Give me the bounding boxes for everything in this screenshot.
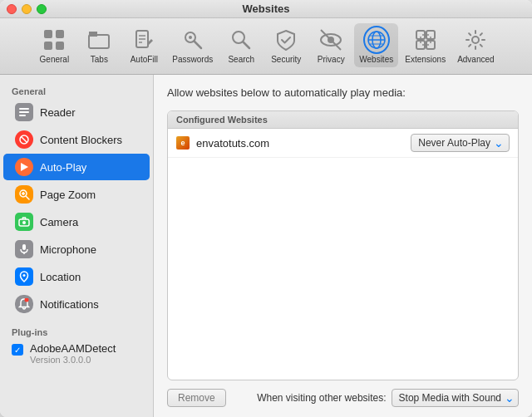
passwords-icon — [180, 27, 206, 53]
minimize-button[interactable] — [22, 4, 32, 14]
sidebar-item-notifications[interactable]: Notifications — [3, 291, 150, 317]
toolbar-item-advanced[interactable]: Advanced — [452, 23, 499, 67]
configured-websites-box: Configured Websites e envatotuts.com Nev… — [167, 110, 519, 380]
toolbar-label-advanced: Advanced — [457, 55, 494, 64]
titlebar: Websites — [0, 0, 532, 18]
sidebar-label-location: Location — [40, 271, 81, 283]
sidebar-general-header: General — [0, 83, 153, 98]
sidebar-item-reader[interactable]: Reader — [3, 99, 150, 125]
autofill-icon — [131, 27, 157, 53]
website-favicon: e — [176, 136, 190, 150]
svg-point-47 — [25, 298, 29, 302]
svg-rect-3 — [56, 42, 64, 50]
other-websites-group: When visiting other websites: Stop Media… — [257, 389, 519, 407]
location-icon — [15, 267, 33, 286]
toolbar-item-search[interactable]: Search — [219, 23, 263, 67]
sidebar-item-page-zoom[interactable]: Page Zoom — [3, 181, 150, 208]
svg-rect-44 — [22, 244, 26, 250]
svg-rect-34 — [19, 115, 26, 116]
plugin-version: Version 3.0.0.0 — [30, 355, 116, 365]
configured-websites-header: Configured Websites — [168, 111, 518, 129]
svg-rect-1 — [56, 30, 64, 38]
svg-line-11 — [194, 42, 201, 49]
toolbar-item-general[interactable]: General — [32, 23, 76, 67]
panel-description: Allow websites below to automatically pl… — [167, 86, 519, 99]
other-dropdown-arrow-icon: ⌄ — [505, 391, 515, 405]
sidebar-plugins-header: Plug-ins — [0, 324, 153, 339]
svg-rect-5 — [89, 32, 97, 37]
svg-rect-0 — [44, 30, 52, 38]
sidebar-label-microphone: Microphone — [40, 243, 96, 256]
toolbar-label-privacy: Privacy — [318, 55, 345, 64]
extensions-icon — [412, 27, 439, 53]
svg-rect-2 — [44, 42, 52, 50]
traffic-lights — [7, 4, 47, 14]
other-websites-dropdown[interactable]: Stop Media with Sound ⌄ — [392, 389, 519, 407]
camera-icon — [15, 213, 33, 231]
sidebar-label-notifications: Notifications — [40, 298, 99, 311]
website-dropdown[interactable]: Never Auto-Play ⌄ — [411, 134, 510, 152]
general-icon — [41, 27, 67, 53]
toolbar-item-tabs[interactable]: Tabs — [77, 23, 121, 67]
plugin-checkbox[interactable]: ✓ — [12, 344, 23, 356]
toolbar-item-passwords[interactable]: Passwords — [167, 23, 218, 67]
content-blockers-icon — [15, 130, 33, 149]
page-zoom-icon — [15, 185, 33, 204]
window-title: Websites — [243, 2, 290, 15]
notifications-icon — [15, 295, 33, 313]
sidebar-item-microphone[interactable]: Microphone — [3, 236, 150, 262]
remove-button[interactable]: Remove — [167, 389, 226, 407]
search-icon — [228, 27, 254, 53]
svg-line-36 — [22, 137, 27, 143]
privacy-icon — [318, 27, 344, 53]
sidebar-item-location[interactable]: Location — [3, 263, 150, 290]
sidebar-item-auto-play[interactable]: Auto-Play — [3, 154, 150, 180]
tabs-icon — [86, 27, 112, 53]
toolbar-label-autofill: AutoFill — [131, 55, 158, 64]
security-icon — [273, 27, 299, 53]
plugin-name: AdobeAAMDetect — [30, 342, 116, 355]
toolbar-item-websites[interactable]: Websites — [354, 23, 398, 67]
svg-marker-37 — [21, 163, 28, 171]
right-panel: Allow websites below to automatically pl… — [154, 75, 532, 417]
sidebar-label-camera: Camera — [40, 216, 78, 228]
sidebar: General Reader — [0, 75, 154, 417]
svg-point-46 — [23, 274, 26, 277]
svg-point-12 — [189, 36, 192, 39]
toolbar-label-tabs: Tabs — [91, 55, 108, 64]
svg-point-43 — [22, 221, 26, 224]
dropdown-arrow-icon: ⌄ — [494, 136, 504, 150]
close-button[interactable] — [7, 4, 17, 14]
toolbar-label-passwords: Passwords — [172, 55, 213, 64]
toolbar-label-websites: Websites — [359, 55, 393, 64]
toolbar-label-security: Security — [271, 55, 301, 64]
sidebar-label-page-zoom: Page Zoom — [40, 189, 96, 201]
sidebar-label-reader: Reader — [40, 106, 76, 119]
safari-preferences-window: Websites General Tabs — [0, 0, 532, 417]
sidebar-label-content-blockers: Content Blockers — [40, 134, 122, 146]
toolbar-label-extensions: Extensions — [405, 55, 446, 64]
bottom-bar: Remove When visiting other websites: Sto… — [167, 389, 519, 407]
advanced-icon — [462, 27, 489, 53]
toolbar-label-general: General — [40, 55, 70, 64]
toolbar-item-extensions[interactable]: Extensions — [400, 23, 451, 67]
maximize-button[interactable] — [37, 4, 47, 14]
svg-line-39 — [27, 197, 30, 200]
other-dropdown-value: Stop Media with Sound — [399, 392, 501, 404]
auto-play-icon — [15, 158, 33, 176]
toolbar: General Tabs Au — [0, 18, 532, 75]
sidebar-item-plugin[interactable]: ✓ AdobeAAMDetect Version 3.0.0.0 — [0, 339, 153, 368]
reader-icon — [15, 103, 33, 121]
other-websites-label: When visiting other websites: — [257, 392, 386, 404]
toolbar-item-privacy[interactable]: Privacy — [309, 23, 352, 67]
sidebar-item-camera[interactable]: Camera — [3, 208, 150, 235]
microphone-icon — [15, 240, 33, 258]
toolbar-item-security[interactable]: Security — [264, 23, 308, 67]
sidebar-item-content-blockers[interactable]: Content Blockers — [3, 126, 150, 153]
main-content: General Reader — [0, 75, 532, 417]
plugin-info: AdobeAAMDetect Version 3.0.0.0 — [30, 342, 116, 365]
toolbar-item-autofill[interactable]: AutoFill — [122, 23, 165, 67]
svg-line-14 — [244, 42, 250, 49]
svg-rect-4 — [89, 35, 109, 48]
website-dropdown-value: Never Auto-Play — [418, 137, 490, 149]
